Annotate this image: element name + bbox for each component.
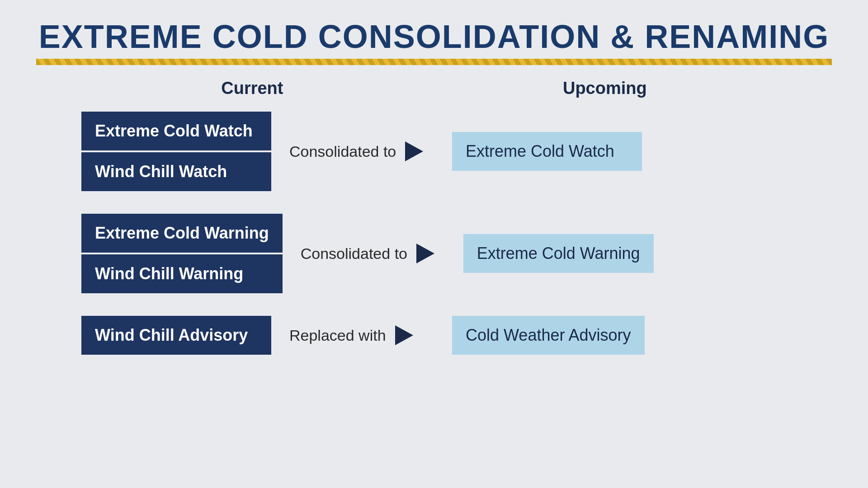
gold-divider [36, 59, 832, 65]
watch-row: Extreme Cold Watch Wind Chill Watch Cons… [81, 112, 787, 191]
warning-row: Extreme Cold Warning Wind Chill Warning … [81, 214, 787, 293]
watch-connector: Consolidated to [289, 141, 434, 161]
watch-current-boxes: Extreme Cold Watch Wind Chill Watch [81, 112, 271, 191]
watch-arrow-icon [405, 141, 423, 161]
warning-connector: Consolidated to [301, 244, 445, 263]
content-area: Extreme Cold Watch Wind Chill Watch Cons… [36, 112, 832, 355]
warning-current-boxes: Extreme Cold Warning Wind Chill Warning [81, 214, 283, 293]
advisory-arrow-icon [395, 325, 413, 345]
extreme-cold-watch-box: Extreme Cold Watch [81, 112, 271, 150]
page-title: EXTREME COLD CONSOLIDATION & RENAMING [36, 18, 832, 55]
advisory-upcoming-box: Cold Weather Advisory [452, 316, 645, 355]
watch-upcoming-box: Extreme Cold Watch [452, 132, 642, 171]
columns-header: Current Upcoming [36, 79, 832, 98]
page-container: EXTREME COLD CONSOLIDATION & RENAMING Cu… [0, 0, 868, 488]
wind-chill-advisory-box: Wind Chill Advisory [81, 316, 271, 355]
upcoming-column-header: Upcoming [563, 79, 647, 98]
advisory-current-boxes: Wind Chill Advisory [81, 316, 271, 355]
advisory-connector: Replaced with [289, 325, 434, 345]
advisory-row: Wind Chill Advisory Replaced with Cold W… [81, 316, 787, 355]
current-column-header: Current [221, 79, 283, 98]
wind-chill-warning-box: Wind Chill Warning [81, 254, 283, 293]
warning-upcoming-box: Extreme Cold Warning [463, 234, 654, 273]
extreme-cold-warning-box: Extreme Cold Warning [81, 214, 283, 253]
warning-arrow-icon [416, 244, 434, 263]
wind-chill-watch-box: Wind Chill Watch [81, 152, 271, 191]
